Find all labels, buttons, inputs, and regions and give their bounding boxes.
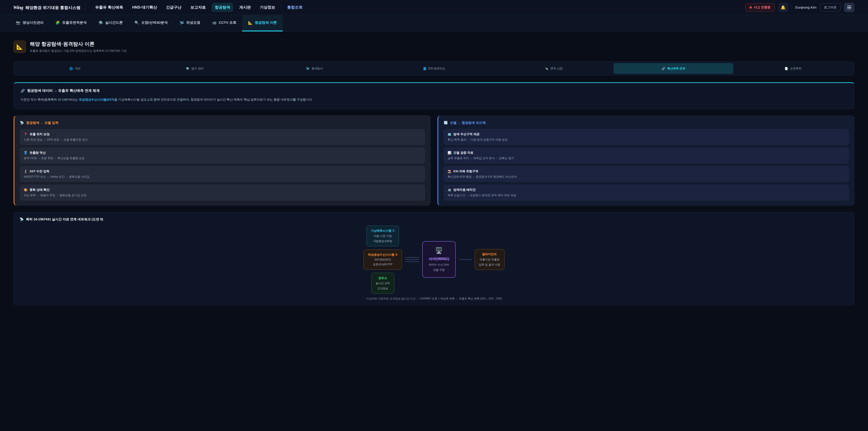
tab-esi-map[interactable]: 📘 ESI 방제지도 bbox=[374, 63, 494, 74]
book-icon: 📘 bbox=[423, 67, 427, 70]
subtab-aerial-search-theory[interactable]: 📐 항공탐색 이론 bbox=[242, 15, 283, 31]
video-camera-icon: 📹 bbox=[212, 21, 217, 25]
network-diagram: 기상예측시스템 ① 바람·기온·기압 국립환경과학원 위성영상수신시스템 ② S… bbox=[20, 225, 848, 294]
divider bbox=[85, 4, 85, 10]
menu-item-hns-atmospheric[interactable]: HNS·대기확산 bbox=[129, 3, 160, 12]
tab-area-calculation[interactable]: ✒️ 면적 산정 bbox=[494, 63, 614, 74]
node-line: 입력 및 결과 수령 bbox=[479, 263, 500, 267]
user-name: Eunjeong Kim bbox=[796, 5, 816, 9]
tab-remote-sensing[interactable]: 🛩️ 원격탐사 bbox=[254, 63, 374, 74]
subtab-image-photo-management[interactable]: 📷 영상사진관리 bbox=[10, 15, 50, 31]
tab-papers-patents[interactable]: 📑 논문특허 bbox=[733, 63, 853, 74]
node-weather-forecast-system: 기상예측시스템 ① 바람·기온·기압 국립환경과학원 bbox=[366, 225, 399, 246]
subtab-satellite-request[interactable]: 🛩️ 위성요청 bbox=[174, 15, 206, 31]
bell-icon: 🔔 bbox=[780, 5, 785, 10]
logo-system-name: 해양환경 위기대응 통합시스템 bbox=[25, 5, 81, 10]
description-text: 을 기상예측시스템·검조소와 함께 인터넷으로 연결하여, 항공탐색 데이터가 … bbox=[114, 98, 313, 101]
node-line: SST(NGSST) bbox=[368, 258, 398, 261]
node-line: 조석정보 bbox=[376, 286, 390, 290]
magnifier-icon: 🔍 bbox=[134, 21, 139, 25]
item-title-row: 📊 모델 검증 자료 bbox=[447, 151, 845, 155]
ship-icon: 🚢 bbox=[447, 188, 452, 192]
panel-title: 모델 → 항공탐색 피드백 bbox=[450, 121, 486, 125]
logout-button[interactable]: 로그아웃 bbox=[820, 3, 840, 11]
satellite-antenna-icon: 📡 bbox=[20, 217, 24, 221]
item-title: 유출 위치 보정 bbox=[30, 132, 50, 136]
globe-icon: 🌐 bbox=[69, 67, 73, 70]
list-item-weathering-state-check: 🎨 풍화 상태 확인 색상 분류 → 증발비 추정 → 풍화모델 초기값 보정 bbox=[20, 185, 425, 201]
nav-right-group: 사고 진행중 🔔 Eunjeong Kim 로그아웃 bbox=[745, 3, 855, 12]
camera-icon: 📷 bbox=[16, 21, 20, 25]
tab-label: 탐지 장비 bbox=[191, 67, 204, 70]
panel-title-row: 📡 항공탐색 → 모델 입력 bbox=[20, 121, 425, 125]
subtab-label: 위성요청 bbox=[186, 20, 200, 25]
menu-item-aerial-search[interactable]: 항공탐색 bbox=[212, 3, 233, 12]
menu-item-emergency-rescue[interactable]: 긴급구난 bbox=[163, 3, 184, 12]
subtab-realtime-drone[interactable]: 🛸 실시간드론 bbox=[92, 15, 128, 31]
tab-overview[interactable]: 🌐 개요 bbox=[15, 63, 135, 74]
drone-icon: 🛸 bbox=[98, 21, 103, 25]
subtab-label: CCTV 조회 bbox=[219, 20, 237, 25]
sst-system-link[interactable]: 위성영상수신시스템(SST) bbox=[79, 98, 114, 101]
item-title: 탐색 우선구역 제공 bbox=[454, 132, 480, 136]
subtab-cctv-view[interactable]: 📹 CCTV 조회 bbox=[206, 15, 242, 31]
incident-status-badge: 사고 진행중 bbox=[745, 3, 775, 12]
notification-button[interactable]: 🔔 bbox=[778, 3, 788, 12]
section-tab-bar: 🌐 개요 🛸 탐지 장비 🛩️ 원격탐사 📘 ESI 방제지도 ✒️ 면적 산정… bbox=[13, 61, 855, 75]
description-text: 이문진 박사 특허(등록특허 10-1567431)는 bbox=[21, 98, 79, 101]
hamburger-bar bbox=[847, 8, 851, 9]
node-title: 위성영상수신시스템 ② bbox=[368, 253, 398, 257]
menu-item-weather-info[interactable]: 기상정보 bbox=[256, 3, 278, 12]
item-title: 방제자원 배치안 bbox=[454, 188, 475, 192]
divider bbox=[281, 4, 281, 10]
item-title-row: 🗺️ 탐색 우선구역 제공 bbox=[447, 132, 845, 136]
palette-icon: 🎨 bbox=[24, 188, 28, 192]
item-title-row: ⛱️ ESI 피해 위험구역 bbox=[447, 169, 845, 173]
item-title: 모델 검증 자료 bbox=[454, 151, 473, 155]
page-title-group: 해양 항공탐색·원격탐사 이론 유출유 원격탐지·항공감시 기법·ESI 방제정… bbox=[30, 41, 127, 53]
node-title: 기상예측시스템 ① bbox=[371, 229, 395, 233]
subtab-label: 항공탐색 이론 bbox=[255, 20, 277, 25]
menu-item-integrated-search[interactable]: 통합조회 bbox=[284, 3, 306, 12]
list-item-spill-volume-estimation: 🛢️ 유출량 역산 면적×두께 → 유량 추정 → 확산모델 유출량 보정 bbox=[20, 148, 425, 163]
connector-line bbox=[405, 257, 419, 258]
diagram-title: 특허 10-1567431 실시간 자료 연계 네트워크 (도면 9) bbox=[26, 217, 103, 221]
panel-item-list: 📍 유출 위치 보정 드론·위성 영상 → GPS 좌표 → 모델 유출지점 갱… bbox=[20, 129, 425, 201]
item-title: ESI 피해 위험구역 bbox=[454, 169, 478, 173]
item-description: 면적×두께 → 유량 추정 → 확산모델 유출량 보정 bbox=[24, 156, 421, 160]
section-title-row: 🔗 항공탐색 데이터 → 유출유 확산예측 연계 체계 bbox=[21, 88, 847, 93]
bar-chart-icon: 📊 bbox=[447, 151, 452, 155]
tab-label: 확산예측 연계 bbox=[667, 67, 685, 70]
incident-status-text: 사고 진행중 bbox=[754, 5, 771, 9]
item-description: 확산 예측 결과 → 다음 탐색 집중구역 자동 생성 bbox=[447, 138, 845, 142]
main-menu: 유출유 확산예측 HNS·대기확산 긴급구난 보고자료 항공탐색 게시판 기상정… bbox=[92, 3, 306, 12]
page-title: 해양 항공탐색·원격탐사 이론 bbox=[30, 41, 127, 48]
pin-icon: 📍 bbox=[24, 132, 28, 136]
tab-detection-equipment[interactable]: 🛸 탐지 장비 bbox=[135, 63, 254, 74]
node-wing-server: 🖥️ 서버(WING) 데이터 수신·처리 모델 구동 bbox=[422, 241, 456, 278]
list-item-spill-location-correction: 📍 유출 위치 보정 드론·위성 영상 → GPS 좌표 → 모델 유출지점 갱… bbox=[20, 129, 425, 145]
node-line: 실시간 조위 bbox=[376, 281, 390, 285]
menu-item-oil-spill-forecast[interactable]: 유출유 확산예측 bbox=[92, 3, 126, 12]
connector-triple-lines bbox=[405, 257, 419, 262]
hamburger-menu-button[interactable] bbox=[844, 3, 855, 12]
incident-dot-icon bbox=[749, 6, 752, 8]
app-logo[interactable]: Wing 해양환경 위기대응 통합시스템 bbox=[13, 4, 81, 10]
item-title-row: 🎨 풍화 상태 확인 bbox=[24, 188, 421, 192]
tab-diffusion-forecast-link[interactable]: 🔗 확산예측 연계 bbox=[614, 63, 733, 74]
tab-label: 면적 산정 bbox=[550, 67, 562, 70]
diagram-title-row: 📡 특허 10-1567431 실시간 자료 연계 네트워크 (도면 9) bbox=[20, 217, 848, 221]
menu-item-board[interactable]: 게시판 bbox=[236, 3, 254, 12]
node-line: 유출지점·유출량 bbox=[479, 258, 500, 261]
subtab-oil-area-analysis[interactable]: 🧩 유출유면적분석 bbox=[50, 15, 92, 31]
subtab-label: 실시간드론 bbox=[105, 20, 123, 25]
pen-icon: ✒️ bbox=[545, 67, 548, 70]
list-item-search-priority-zone: 🗺️ 탐색 우선구역 제공 확산 예측 결과 → 다음 탐색 집중구역 자동 생… bbox=[444, 129, 849, 145]
page-subtitle: 유출유 원격탐지·항공감시 기법·ESI 방제정보지도·등록특허 10-1567… bbox=[30, 49, 127, 53]
subtab-label: 영상사진관리 bbox=[23, 20, 43, 25]
item-title: SST 수온 입력 bbox=[30, 169, 50, 173]
subtab-pollution-ship-3d[interactable]: 🔍 오염/선박3D분석 bbox=[129, 15, 174, 31]
tab-label: 원격탐사 bbox=[311, 67, 323, 70]
menu-item-reports[interactable]: 보고자료 bbox=[187, 3, 209, 12]
satellite-antenna-icon: 📡 bbox=[20, 121, 24, 125]
